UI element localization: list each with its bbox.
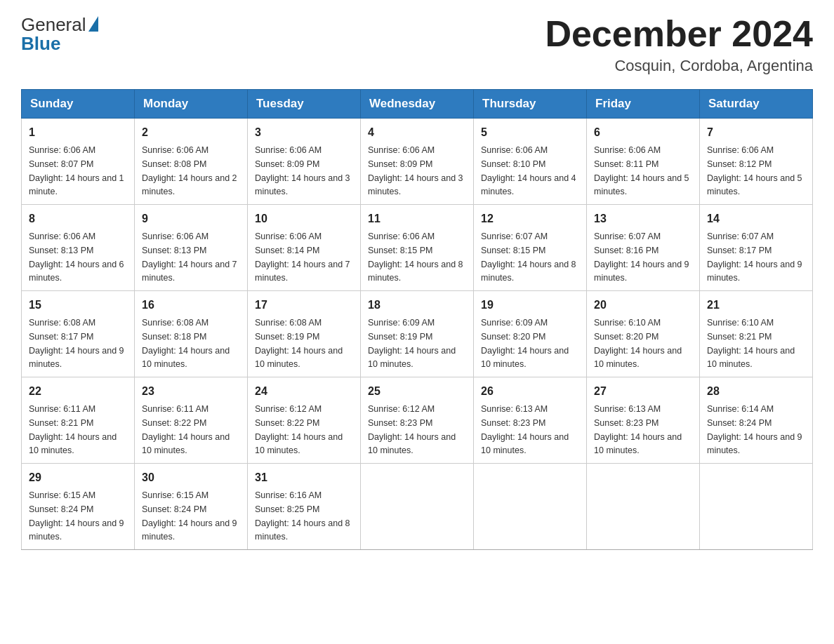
day-info: Sunrise: 6:10 AMSunset: 8:20 PMDaylight:… xyxy=(594,318,682,369)
day-number: 4 xyxy=(368,124,466,141)
day-number: 3 xyxy=(255,124,353,141)
day-number: 1 xyxy=(29,124,127,141)
day-info: Sunrise: 6:06 AMSunset: 8:10 PMDaylight:… xyxy=(481,145,576,196)
calendar-cell: 13 Sunrise: 6:07 AMSunset: 8:16 PMDaylig… xyxy=(587,205,700,291)
calendar-cell: 25 Sunrise: 6:12 AMSunset: 8:23 PMDaylig… xyxy=(361,377,474,464)
calendar-cell: 5 Sunrise: 6:06 AMSunset: 8:10 PMDayligh… xyxy=(474,119,587,205)
calendar-cell: 8 Sunrise: 6:06 AMSunset: 8:13 PMDayligh… xyxy=(22,205,135,291)
calendar-cell: 7 Sunrise: 6:06 AMSunset: 8:12 PMDayligh… xyxy=(700,119,813,205)
calendar-cell: 14 Sunrise: 6:07 AMSunset: 8:17 PMDaylig… xyxy=(700,205,813,291)
day-number: 23 xyxy=(142,383,240,400)
day-info: Sunrise: 6:11 AMSunset: 8:22 PMDaylight:… xyxy=(142,404,230,455)
calendar-location: Cosquin, Cordoba, Argentina xyxy=(545,57,813,75)
calendar-cell: 1 Sunrise: 6:06 AMSunset: 8:07 PMDayligh… xyxy=(22,119,135,205)
day-number: 29 xyxy=(29,469,127,486)
day-info: Sunrise: 6:07 AMSunset: 8:16 PMDaylight:… xyxy=(594,232,689,283)
logo: General Blue xyxy=(21,14,98,55)
calendar-month-year: December 2024 xyxy=(545,14,813,54)
calendar-week-row: 22 Sunrise: 6:11 AMSunset: 8:21 PMDaylig… xyxy=(22,377,813,464)
day-number: 7 xyxy=(707,124,805,141)
day-info: Sunrise: 6:13 AMSunset: 8:23 PMDaylight:… xyxy=(481,404,569,455)
day-info: Sunrise: 6:11 AMSunset: 8:21 PMDaylight:… xyxy=(29,404,117,455)
calendar-cell: 21 Sunrise: 6:10 AMSunset: 8:21 PMDaylig… xyxy=(700,291,813,377)
day-number: 25 xyxy=(368,383,466,400)
day-number: 11 xyxy=(368,210,466,227)
day-info: Sunrise: 6:16 AMSunset: 8:25 PMDaylight:… xyxy=(255,490,350,542)
logo-triangle-icon xyxy=(88,16,98,32)
calendar-cell: 31 Sunrise: 6:16 AMSunset: 8:25 PMDaylig… xyxy=(248,464,361,550)
day-info: Sunrise: 6:15 AMSunset: 8:24 PMDaylight:… xyxy=(142,490,237,542)
day-number: 18 xyxy=(368,297,466,314)
calendar-cell: 28 Sunrise: 6:14 AMSunset: 8:24 PMDaylig… xyxy=(700,377,813,464)
day-number: 26 xyxy=(481,383,579,400)
calendar-cell: 15 Sunrise: 6:08 AMSunset: 8:17 PMDaylig… xyxy=(22,291,135,377)
day-number: 6 xyxy=(594,124,692,141)
calendar-cell: 23 Sunrise: 6:11 AMSunset: 8:22 PMDaylig… xyxy=(135,377,248,464)
column-header-saturday: Saturday xyxy=(700,90,813,119)
day-info: Sunrise: 6:06 AMSunset: 8:09 PMDaylight:… xyxy=(368,145,463,196)
logo-blue: Blue xyxy=(21,33,60,54)
day-number: 2 xyxy=(142,124,240,141)
calendar-week-row: 15 Sunrise: 6:08 AMSunset: 8:17 PMDaylig… xyxy=(22,291,813,377)
day-number: 14 xyxy=(707,210,805,227)
day-info: Sunrise: 6:14 AMSunset: 8:24 PMDaylight:… xyxy=(707,404,802,455)
column-header-monday: Monday xyxy=(135,90,248,119)
calendar-cell xyxy=(700,464,813,550)
calendar-cell: 19 Sunrise: 6:09 AMSunset: 8:20 PMDaylig… xyxy=(474,291,587,377)
day-info: Sunrise: 6:08 AMSunset: 8:19 PMDaylight:… xyxy=(255,318,343,369)
day-info: Sunrise: 6:06 AMSunset: 8:15 PMDaylight:… xyxy=(368,232,463,283)
column-header-thursday: Thursday xyxy=(474,90,587,119)
day-info: Sunrise: 6:06 AMSunset: 8:13 PMDaylight:… xyxy=(29,232,124,283)
day-number: 22 xyxy=(29,383,127,400)
calendar-title-area: December 2024 Cosquin, Cordoba, Argentin… xyxy=(545,14,813,75)
calendar-cell: 4 Sunrise: 6:06 AMSunset: 8:09 PMDayligh… xyxy=(361,119,474,205)
calendar-cell: 29 Sunrise: 6:15 AMSunset: 8:24 PMDaylig… xyxy=(22,464,135,550)
calendar-header-row: SundayMondayTuesdayWednesdayThursdayFrid… xyxy=(22,90,813,119)
column-header-tuesday: Tuesday xyxy=(248,90,361,119)
day-number: 10 xyxy=(255,210,353,227)
day-info: Sunrise: 6:13 AMSunset: 8:23 PMDaylight:… xyxy=(594,404,682,455)
calendar-cell: 27 Sunrise: 6:13 AMSunset: 8:23 PMDaylig… xyxy=(587,377,700,464)
day-info: Sunrise: 6:06 AMSunset: 8:13 PMDaylight:… xyxy=(142,232,237,283)
day-info: Sunrise: 6:06 AMSunset: 8:07 PMDaylight:… xyxy=(29,145,124,196)
day-info: Sunrise: 6:12 AMSunset: 8:22 PMDaylight:… xyxy=(255,404,343,455)
day-number: 5 xyxy=(481,124,579,141)
calendar-table: SundayMondayTuesdayWednesdayThursdayFrid… xyxy=(21,89,813,550)
day-info: Sunrise: 6:07 AMSunset: 8:15 PMDaylight:… xyxy=(481,232,576,283)
day-info: Sunrise: 6:06 AMSunset: 8:11 PMDaylight:… xyxy=(594,145,689,196)
day-info: Sunrise: 6:06 AMSunset: 8:09 PMDaylight:… xyxy=(255,145,350,196)
calendar-cell: 24 Sunrise: 6:12 AMSunset: 8:22 PMDaylig… xyxy=(248,377,361,464)
day-info: Sunrise: 6:06 AMSunset: 8:12 PMDaylight:… xyxy=(707,145,802,196)
calendar-cell: 20 Sunrise: 6:10 AMSunset: 8:20 PMDaylig… xyxy=(587,291,700,377)
day-number: 16 xyxy=(142,297,240,314)
day-info: Sunrise: 6:08 AMSunset: 8:17 PMDaylight:… xyxy=(29,318,124,369)
day-info: Sunrise: 6:09 AMSunset: 8:19 PMDaylight:… xyxy=(368,318,456,369)
calendar-cell: 30 Sunrise: 6:15 AMSunset: 8:24 PMDaylig… xyxy=(135,464,248,550)
column-header-friday: Friday xyxy=(587,90,700,119)
day-number: 24 xyxy=(255,383,353,400)
calendar-cell: 11 Sunrise: 6:06 AMSunset: 8:15 PMDaylig… xyxy=(361,205,474,291)
day-number: 15 xyxy=(29,297,127,314)
day-info: Sunrise: 6:12 AMSunset: 8:23 PMDaylight:… xyxy=(368,404,456,455)
day-number: 28 xyxy=(707,383,805,400)
calendar-cell: 17 Sunrise: 6:08 AMSunset: 8:19 PMDaylig… xyxy=(248,291,361,377)
day-info: Sunrise: 6:08 AMSunset: 8:18 PMDaylight:… xyxy=(142,318,230,369)
day-info: Sunrise: 6:07 AMSunset: 8:17 PMDaylight:… xyxy=(707,232,802,283)
column-header-sunday: Sunday xyxy=(22,90,135,119)
column-header-wednesday: Wednesday xyxy=(361,90,474,119)
calendar-cell: 9 Sunrise: 6:06 AMSunset: 8:13 PMDayligh… xyxy=(135,205,248,291)
calendar-cell: 10 Sunrise: 6:06 AMSunset: 8:14 PMDaylig… xyxy=(248,205,361,291)
day-info: Sunrise: 6:06 AMSunset: 8:14 PMDaylight:… xyxy=(255,232,350,283)
day-number: 9 xyxy=(142,210,240,227)
day-number: 13 xyxy=(594,210,692,227)
page-header: General Blue December 2024 Cosquin, Cord… xyxy=(21,14,813,75)
calendar-week-row: 29 Sunrise: 6:15 AMSunset: 8:24 PMDaylig… xyxy=(22,464,813,550)
calendar-cell xyxy=(587,464,700,550)
calendar-cell xyxy=(361,464,474,550)
calendar-cell: 6 Sunrise: 6:06 AMSunset: 8:11 PMDayligh… xyxy=(587,119,700,205)
calendar-cell: 26 Sunrise: 6:13 AMSunset: 8:23 PMDaylig… xyxy=(474,377,587,464)
day-number: 31 xyxy=(255,469,353,486)
calendar-cell: 3 Sunrise: 6:06 AMSunset: 8:09 PMDayligh… xyxy=(248,119,361,205)
calendar-cell: 22 Sunrise: 6:11 AMSunset: 8:21 PMDaylig… xyxy=(22,377,135,464)
day-info: Sunrise: 6:15 AMSunset: 8:24 PMDaylight:… xyxy=(29,490,124,542)
